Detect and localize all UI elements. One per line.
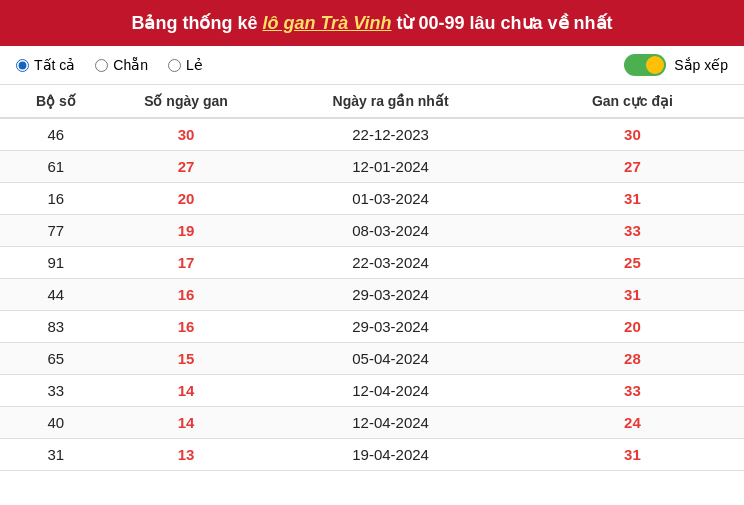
cell-ngay-ra: 08-03-2024 <box>260 215 520 247</box>
cell-gan-cuc-dai: 33 <box>521 375 744 407</box>
table-row: 911722-03-202425 <box>0 247 744 279</box>
cell-bo-so: 40 <box>0 407 112 439</box>
cell-ngay-ra: 22-03-2024 <box>260 247 520 279</box>
cell-bo-so: 83 <box>0 311 112 343</box>
filter-bar: Tất cả Chẵn Lẻ Sắp xếp <box>0 46 744 85</box>
cell-so-ngay: 13 <box>112 439 261 471</box>
col-header-gan-cuc-dai: Gan cực đại <box>521 85 744 118</box>
cell-bo-so: 33 <box>0 375 112 407</box>
header: Bảng thống kê lô gan Trà Vinh từ 00-99 l… <box>0 0 744 46</box>
cell-so-ngay: 17 <box>112 247 261 279</box>
cell-ngay-ra: 12-04-2024 <box>260 375 520 407</box>
cell-gan-cuc-dai: 24 <box>521 407 744 439</box>
sort-toggle[interactable]: Sắp xếp <box>624 54 728 76</box>
cell-gan-cuc-dai: 28 <box>521 343 744 375</box>
title-before: Bảng thống kê <box>131 13 262 33</box>
cell-ngay-ra: 12-04-2024 <box>260 407 520 439</box>
table-row: 311319-04-202431 <box>0 439 744 471</box>
table-row: 771908-03-202433 <box>0 215 744 247</box>
sort-label: Sắp xếp <box>674 57 728 73</box>
cell-bo-so: 44 <box>0 279 112 311</box>
cell-ngay-ra: 29-03-2024 <box>260 311 520 343</box>
cell-bo-so: 46 <box>0 118 112 151</box>
cell-bo-so: 31 <box>0 439 112 471</box>
table-row: 612712-01-202427 <box>0 151 744 183</box>
col-header-so-ngay: Số ngày gan <box>112 85 261 118</box>
cell-so-ngay: 30 <box>112 118 261 151</box>
title-after: từ 00-99 lâu chưa về nhất <box>391 13 612 33</box>
header-title: Bảng thống kê lô gan Trà Vinh từ 00-99 l… <box>16 12 728 34</box>
cell-gan-cuc-dai: 31 <box>521 439 744 471</box>
cell-gan-cuc-dai: 30 <box>521 118 744 151</box>
cell-ngay-ra: 05-04-2024 <box>260 343 520 375</box>
col-header-bo-so: Bộ số <box>0 85 112 118</box>
cell-ngay-ra: 12-01-2024 <box>260 151 520 183</box>
cell-so-ngay: 16 <box>112 279 261 311</box>
filter-tat-ca[interactable]: Tất cả <box>16 57 75 73</box>
table-row: 463022-12-202330 <box>0 118 744 151</box>
filter-tat-ca-label: Tất cả <box>34 57 75 73</box>
filter-le-label: Lẻ <box>186 57 203 73</box>
cell-ngay-ra: 22-12-2023 <box>260 118 520 151</box>
toggle-switch[interactable] <box>624 54 666 76</box>
cell-bo-so: 16 <box>0 183 112 215</box>
cell-so-ngay: 14 <box>112 407 261 439</box>
cell-gan-cuc-dai: 27 <box>521 151 744 183</box>
cell-so-ngay: 27 <box>112 151 261 183</box>
cell-gan-cuc-dai: 20 <box>521 311 744 343</box>
cell-bo-so: 91 <box>0 247 112 279</box>
cell-bo-so: 61 <box>0 151 112 183</box>
table-header-row: Bộ số Số ngày gan Ngày ra gần nhất Gan c… <box>0 85 744 118</box>
cell-ngay-ra: 29-03-2024 <box>260 279 520 311</box>
table-row: 441629-03-202431 <box>0 279 744 311</box>
cell-gan-cuc-dai: 33 <box>521 215 744 247</box>
table-row: 331412-04-202433 <box>0 375 744 407</box>
filter-le[interactable]: Lẻ <box>168 57 203 73</box>
filter-chan-label: Chẵn <box>113 57 148 73</box>
cell-gan-cuc-dai: 31 <box>521 183 744 215</box>
data-table: Bộ số Số ngày gan Ngày ra gần nhất Gan c… <box>0 85 744 471</box>
table-row: 831629-03-202420 <box>0 311 744 343</box>
cell-so-ngay: 16 <box>112 311 261 343</box>
cell-ngay-ra: 19-04-2024 <box>260 439 520 471</box>
title-highlight: lô gan Trà Vinh <box>262 13 391 33</box>
cell-so-ngay: 15 <box>112 343 261 375</box>
cell-bo-so: 65 <box>0 343 112 375</box>
col-header-ngay-ra: Ngày ra gần nhất <box>260 85 520 118</box>
filter-chan[interactable]: Chẵn <box>95 57 148 73</box>
cell-so-ngay: 19 <box>112 215 261 247</box>
cell-gan-cuc-dai: 25 <box>521 247 744 279</box>
table-row: 162001-03-202431 <box>0 183 744 215</box>
cell-so-ngay: 20 <box>112 183 261 215</box>
table-row: 401412-04-202424 <box>0 407 744 439</box>
cell-so-ngay: 14 <box>112 375 261 407</box>
table-row: 651505-04-202428 <box>0 343 744 375</box>
cell-bo-so: 77 <box>0 215 112 247</box>
cell-gan-cuc-dai: 31 <box>521 279 744 311</box>
cell-ngay-ra: 01-03-2024 <box>260 183 520 215</box>
